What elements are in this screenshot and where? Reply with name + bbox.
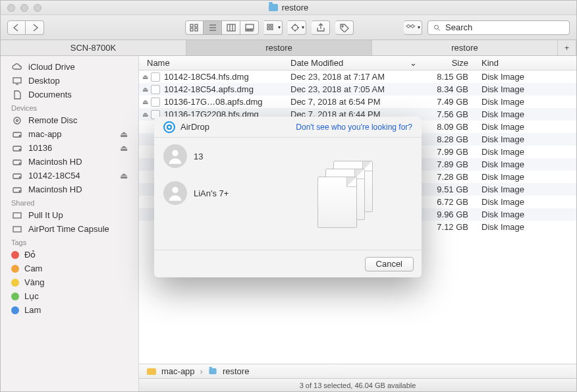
search-field[interactable]: Search [427, 20, 570, 35]
svg-line-25 [438, 28, 440, 30]
table-row[interactable]: ⏏ 10142-18C54.apfs.dmg Dec 23, 2018 at 7… [139, 83, 576, 96]
sidebar-tag-lam[interactable]: Lam [1, 303, 138, 317]
sidebar-item-airport time capsule[interactable]: AirPort Time Capsule [1, 222, 138, 236]
eject-icon[interactable]: ⏏ [139, 98, 151, 105]
svg-rect-16 [267, 28, 269, 30]
svg-point-23 [342, 26, 343, 27]
file-kind: Disk Image [475, 197, 576, 207]
airdrop-help-link[interactable]: Don't see who you're looking for? [296, 123, 412, 132]
back-button[interactable] [7, 20, 26, 35]
sidebar-item-label: 10142-18C54 [28, 171, 80, 181]
recipient-name: 13 [194, 152, 203, 161]
cancel-button[interactable]: Cancel [365, 257, 414, 271]
sidebar-item-desktop[interactable]: Desktop [1, 74, 138, 88]
forward-button[interactable] [26, 20, 44, 35]
col-kind[interactable]: Kind [475, 58, 576, 68]
eject-icon[interactable]: ⏏ [120, 143, 128, 153]
sidebar-item-icloud drive[interactable]: iCloud Drive [1, 60, 138, 74]
tags-button[interactable] [335, 20, 354, 35]
sidebar-tag-đỏ[interactable]: Đỏ [1, 248, 138, 262]
sidebar: iCloud Drive Desktop Documents Devices R… [1, 56, 139, 391]
sidebar-item-10136[interactable]: 10136 ⏏ [1, 141, 138, 155]
svg-rect-14 [267, 24, 269, 26]
tab-1[interactable]: restore [186, 40, 372, 55]
tab-2[interactable]: restore [372, 40, 558, 55]
file-size: 7.12 GB [422, 222, 475, 232]
disk-image-icon [151, 72, 160, 82]
table-row[interactable]: ⏏ 10142-18C54.hfs.dmg Dec 23, 2018 at 7:… [139, 70, 576, 83]
new-tab-button[interactable]: + [558, 40, 576, 55]
sidebar-item-documents[interactable]: Documents [1, 88, 138, 101]
file-kind: Disk Image [475, 222, 576, 232]
sidebar-item-label: Vàng [24, 277, 44, 287]
sidebar-item-remote disc[interactable]: Remote Disc [1, 113, 138, 127]
avatar-icon [163, 181, 187, 205]
sidebar-item-macintosh hd[interactable]: Macintosh HD [1, 155, 138, 169]
sidebar-item-label: mac-app [28, 129, 62, 139]
folder-icon [209, 368, 216, 374]
eject-icon[interactable]: ⏏ [139, 86, 151, 93]
view-columns-button[interactable] [222, 20, 240, 35]
path-seg-0[interactable]: mac-app [161, 366, 195, 376]
eject-icon[interactable]: ⏏ [139, 111, 151, 118]
file-kind: Disk Image [475, 72, 576, 82]
file-kind: Disk Image [475, 97, 576, 107]
file-name: 10142-18C54.apfs.dmg [164, 84, 254, 94]
document-icon [317, 177, 357, 228]
share-button[interactable] [312, 20, 330, 35]
airdrop-recipient[interactable]: LiAn's 7+ [163, 181, 273, 205]
tab-0[interactable]: SCN-8700K [1, 40, 186, 55]
sidebar-item-10142-18c54[interactable]: 10142-18C54 ⏏ [1, 169, 138, 182]
path-seg-1[interactable]: restore [223, 366, 249, 376]
sidebar-item-mac-app[interactable]: mac-app ⏏ [1, 127, 138, 141]
action-button[interactable]: ▾ [288, 20, 306, 35]
sidebar-item-label: 10136 [28, 143, 52, 153]
view-gallery-button[interactable] [240, 20, 259, 35]
sidebar-item-label: Đỏ [24, 250, 36, 260]
doc-icon [11, 90, 23, 99]
col-size[interactable]: Size [422, 58, 475, 68]
col-date[interactable]: Date Modified⌄ [290, 58, 422, 68]
sidebar-item-macintosh hd[interactable]: Macintosh HD [1, 182, 138, 196]
dropbox-button[interactable]: ▾ [404, 20, 422, 35]
drive-icon [11, 171, 23, 181]
file-kind: Disk Image [475, 109, 576, 119]
search-placeholder: Search [445, 22, 472, 32]
table-row[interactable]: ⏏ 10136-17G…08.apfs.dmg Dec 7, 2018 at 6… [139, 96, 576, 108]
sidebar-tag-vàng[interactable]: Vàng [1, 275, 138, 289]
eject-icon[interactable]: ⏏ [120, 129, 128, 139]
file-preview [273, 138, 422, 250]
eject-icon[interactable]: ⏏ [139, 73, 151, 80]
svg-rect-3 [195, 28, 198, 31]
disc-icon [11, 116, 23, 125]
tag-dot-icon [11, 306, 19, 314]
column-headers[interactable]: Name Date Modified⌄ Size Kind [139, 56, 576, 70]
eject-icon[interactable]: ⏏ [120, 171, 128, 181]
path-bar[interactable]: mac-app › restore [139, 364, 576, 378]
tag-dot-icon [11, 265, 19, 273]
sidebar-item-label: AirPort Time Capsule [28, 224, 109, 234]
file-size: 9.51 GB [422, 184, 475, 194]
view-list-button[interactable] [204, 20, 222, 35]
col-name[interactable]: Name [139, 58, 290, 68]
svg-point-28 [14, 117, 20, 124]
airdrop-sheet: AirDrop Don't see who you're looking for… [154, 117, 422, 277]
file-date: Dec 23, 2018 at 7:17 AM [290, 72, 422, 82]
file-size: 7.89 GB [422, 159, 475, 169]
file-kind: Disk Image [475, 184, 576, 194]
svg-point-33 [19, 149, 20, 150]
arrange-button[interactable]: ▾ [264, 20, 283, 35]
svg-rect-41 [13, 227, 21, 232]
file-size: 7.56 GB [422, 109, 475, 119]
sidebar-tag-cam[interactable]: Cam [1, 262, 138, 275]
sidebar-item-label: Cam [24, 264, 42, 273]
sidebar-tags-header: Tags [1, 236, 138, 248]
view-icons-button[interactable] [185, 20, 204, 35]
sidebar-shared-header: Shared [1, 196, 138, 208]
file-kind: Disk Image [475, 84, 576, 94]
chevron-right-icon: › [200, 366, 203, 376]
airdrop-recipient[interactable]: 13 [163, 144, 273, 168]
sidebar-item-pull it up[interactable]: Pull It Up [1, 208, 138, 222]
sidebar-item-label: Lam [24, 305, 41, 315]
sidebar-tag-lục[interactable]: Lục [1, 289, 138, 303]
